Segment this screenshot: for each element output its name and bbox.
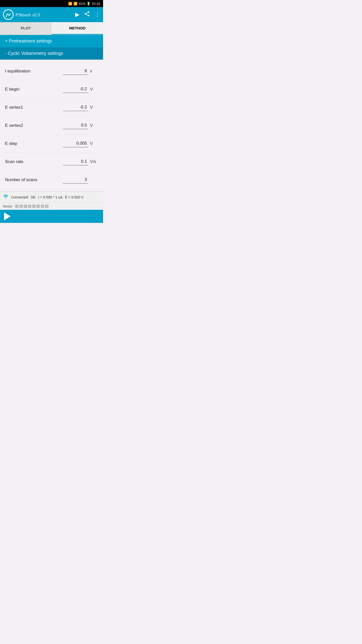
app-bar-actions: ▶ ⋮: [75, 11, 100, 18]
noise-dots: [15, 205, 49, 208]
scan-rate-unit: V/s: [90, 159, 98, 164]
form-area: t equilibration s E begin V E vertex1 V …: [0, 60, 103, 191]
e-begin-input[interactable]: [63, 86, 88, 93]
e-step-row: E step V: [0, 135, 103, 153]
e-vertex2-unit: V: [90, 123, 98, 128]
e-vertex1-input-wrap: V: [63, 104, 98, 111]
play-button[interactable]: ▶: [75, 11, 79, 18]
noise-label: Noise:: [3, 204, 13, 208]
status-icons: 📶 📶 81% 🔋 10:18: [68, 2, 100, 6]
e-begin-input-wrap: V: [63, 86, 98, 93]
e-begin-label: E begin: [5, 87, 63, 92]
t-equilibration-input-wrap: s: [63, 67, 98, 75]
e-begin-unit: V: [90, 87, 98, 92]
app-title: PStouch v2.0: [16, 11, 73, 18]
battery-icon: 🔋: [86, 2, 90, 6]
wifi-icon: 📶: [68, 2, 72, 6]
current-label: I = 0.500 * 1 uA: [38, 195, 63, 199]
noise-dot-3: [24, 205, 27, 208]
e-vertex2-row: E vertex2 V: [0, 116, 103, 135]
e-step-unit: V: [90, 141, 98, 146]
scan-rate-input[interactable]: [63, 158, 88, 166]
battery-percent: 81%: [79, 2, 85, 6]
num-scans-label: Number of scans: [5, 177, 63, 182]
noise-dot-7: [41, 205, 44, 208]
e-vertex1-label: E vertex1: [5, 105, 63, 110]
app-bar: PStouch v2.0 ▶ ⋮: [0, 7, 103, 22]
noise-dot-4: [28, 205, 31, 208]
pretreatment-section-header[interactable]: + Pretreatment settings: [0, 35, 103, 47]
noise-bar: Noise:: [0, 203, 103, 210]
t-equilibration-row: t equilibration s: [0, 62, 103, 80]
share-button[interactable]: [84, 11, 90, 18]
ok-label: OK: [31, 195, 36, 199]
scan-rate-label: Scan rate: [5, 159, 63, 164]
app-logo: [3, 9, 14, 20]
noise-dot-5: [32, 205, 36, 208]
svg-point-4: [88, 15, 89, 16]
scan-rate-input-wrap: V/s: [63, 158, 98, 166]
noise-dot-6: [36, 205, 40, 208]
svg-line-5: [86, 14, 88, 15]
num-scans-input[interactable]: [63, 176, 88, 184]
e-vertex1-row: E vertex1 V: [0, 98, 103, 116]
connected-wifi-icon: [3, 194, 9, 200]
num-scans-row: Number of scans: [0, 171, 103, 189]
e-vertex1-input[interactable]: [63, 104, 88, 111]
t-equilibration-input[interactable]: [63, 67, 88, 75]
voltage-label: E = 0.500 V: [65, 195, 84, 199]
cyclic-section-header[interactable]: - Cyclic Voltammetry settings: [0, 47, 103, 60]
e-begin-row: E begin V: [0, 80, 103, 98]
tabs: PLOT METHOD: [0, 22, 103, 35]
clock: 10:18: [92, 2, 100, 6]
bottom-play-button[interactable]: [4, 212, 11, 220]
t-equilibration-label: t equilibration: [5, 69, 63, 74]
noise-dot-8: [45, 205, 49, 208]
svg-line-6: [86, 13, 88, 14]
noise-dot-1: [15, 205, 19, 208]
svg-point-2: [88, 11, 89, 13]
bottom-bar: [0, 210, 103, 223]
signal-icon: 📶: [73, 2, 77, 6]
status-bar: 📶 📶 81% 🔋 10:18: [0, 0, 103, 7]
t-equilibration-unit: s: [90, 69, 98, 74]
status-bottom: Connected OK I = 0.500 * 1 uA E = 0.500 …: [0, 191, 103, 203]
e-step-input-wrap: V: [63, 140, 98, 147]
e-step-label: E step: [5, 141, 63, 146]
scan-rate-row: Scan rate V/s: [0, 153, 103, 171]
more-menu-button[interactable]: ⋮: [95, 11, 100, 18]
connected-label: Connected: [11, 195, 28, 199]
e-vertex1-unit: V: [90, 105, 98, 110]
e-vertex2-input[interactable]: [63, 122, 88, 129]
tab-plot[interactable]: PLOT: [0, 22, 52, 35]
e-vertex2-label: E vertex2: [5, 123, 63, 128]
e-step-input[interactable]: [63, 140, 88, 147]
svg-point-3: [85, 13, 86, 15]
tab-method[interactable]: METHOD: [52, 22, 103, 35]
e-vertex2-input-wrap: V: [63, 122, 98, 129]
num-scans-input-wrap: [63, 176, 98, 184]
svg-point-1: [6, 16, 7, 17]
noise-dot-2: [19, 205, 23, 208]
